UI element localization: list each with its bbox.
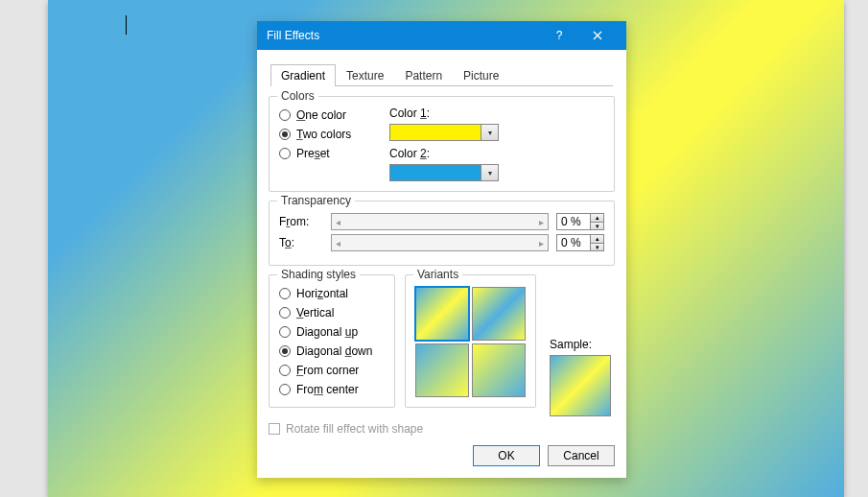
spinner-up-icon: ▴ — [591, 213, 604, 222]
fill-effects-dialog: Fill Effects ? Gradient Texture Pattern … — [257, 21, 626, 478]
chevron-down-icon: ▾ — [488, 129, 492, 137]
from-slider[interactable]: ◂▸ — [331, 213, 549, 230]
rotate-checkbox-row: Rotate fill effect with shape — [269, 422, 615, 436]
to-label: To: — [279, 236, 323, 249]
dialog-titlebar: Fill Effects ? — [257, 21, 626, 50]
spinner-up-icon: ▴ — [591, 234, 604, 243]
transparency-group-label: Transparency — [277, 194, 355, 207]
colors-group-label: Colors — [277, 89, 318, 103]
radio-label: Preset — [296, 147, 330, 160]
color2-label: Color 2: — [389, 147, 604, 160]
dialog-title: Fill Effects — [267, 29, 540, 42]
from-label: From: — [279, 215, 323, 228]
sample-preview — [550, 355, 611, 416]
radio-vertical[interactable]: Vertical — [279, 306, 385, 320]
color1-dropdown-button[interactable]: ▾ — [481, 124, 499, 141]
ok-button[interactable]: OK — [473, 445, 540, 466]
radio-icon — [279, 109, 291, 121]
variants-group: Variants — [405, 274, 536, 408]
radio-from-center[interactable]: From center — [279, 383, 385, 396]
tab-gradient[interactable]: Gradient — [270, 64, 336, 86]
radio-one-color[interactable]: One color — [279, 108, 389, 122]
radio-label: From center — [296, 383, 359, 396]
radio-icon — [279, 148, 291, 159]
shading-group: Shading styles Horizontal Vertical Diago… — [269, 274, 395, 408]
radio-label: One color — [296, 108, 346, 122]
radio-icon — [279, 288, 291, 299]
variant-1[interactable] — [415, 287, 469, 341]
variant-3[interactable] — [415, 343, 469, 397]
slider-left-icon: ◂ — [336, 238, 340, 248]
color1-swatch[interactable] — [389, 124, 481, 141]
text-cursor — [126, 15, 127, 35]
sample-label: Sample: — [550, 338, 592, 351]
tab-texture[interactable]: Texture — [336, 64, 394, 86]
sample-area: Sample: — [546, 274, 615, 416]
color2-swatch[interactable] — [389, 164, 481, 181]
rotate-label: Rotate fill effect with shape — [286, 422, 423, 436]
slider-right-icon: ▸ — [539, 238, 544, 248]
shading-group-label: Shading styles — [277, 268, 360, 281]
tab-picture[interactable]: Picture — [453, 64, 509, 86]
radio-two-colors[interactable]: Two colors — [279, 128, 389, 141]
radio-from-corner[interactable]: From corner — [279, 364, 385, 377]
variants-label: Variants — [413, 268, 462, 281]
help-button[interactable]: ? — [540, 21, 578, 50]
radio-horizontal[interactable]: Horizontal — [279, 287, 385, 300]
radio-label: Diagonal up — [296, 325, 358, 339]
close-button[interactable] — [578, 21, 617, 50]
spinner-down-icon: ▾ — [591, 243, 604, 252]
radio-icon — [279, 365, 291, 376]
radio-diagonal-up[interactable]: Diagonal up — [279, 325, 385, 339]
color2-dropdown-button[interactable]: ▾ — [481, 164, 499, 181]
tab-pattern[interactable]: Pattern — [394, 64, 453, 86]
radio-label: Two colors — [296, 128, 351, 141]
from-value[interactable]: 0 % — [556, 213, 591, 230]
close-icon — [593, 31, 602, 40]
variant-4[interactable] — [472, 343, 526, 397]
slider-right-icon: ▸ — [539, 217, 544, 227]
variant-2[interactable] — [472, 287, 526, 341]
radio-label: Vertical — [296, 306, 334, 320]
radio-icon — [279, 384, 291, 395]
transparency-group: Transparency From: ◂▸ 0 % ▴▾ To: ◂▸ 0 % … — [269, 201, 615, 266]
radio-icon — [279, 345, 291, 357]
rotate-checkbox — [269, 423, 280, 435]
tab-strip: Gradient Texture Pattern Picture — [270, 63, 613, 86]
radio-label: Diagonal down — [296, 344, 372, 358]
radio-icon — [279, 307, 291, 319]
to-value[interactable]: 0 % — [556, 234, 591, 251]
to-spinner[interactable]: ▴▾ — [591, 234, 604, 251]
from-spinner[interactable]: ▴▾ — [591, 213, 604, 230]
radio-icon — [279, 129, 291, 140]
radio-label: Horizontal — [296, 287, 348, 300]
to-slider[interactable]: ◂▸ — [331, 234, 549, 251]
radio-diagonal-down[interactable]: Diagonal down — [279, 344, 385, 358]
colors-group: Colors One color Two colors Preset — [269, 96, 615, 192]
spinner-down-icon: ▾ — [591, 222, 604, 231]
radio-icon — [279, 326, 291, 338]
chevron-down-icon: ▾ — [488, 169, 492, 178]
cancel-button[interactable]: Cancel — [548, 445, 615, 466]
radio-preset[interactable]: Preset — [279, 147, 389, 160]
slider-left-icon: ◂ — [336, 217, 340, 227]
radio-label: From corner — [296, 364, 359, 377]
color1-label: Color 1: — [389, 106, 604, 120]
